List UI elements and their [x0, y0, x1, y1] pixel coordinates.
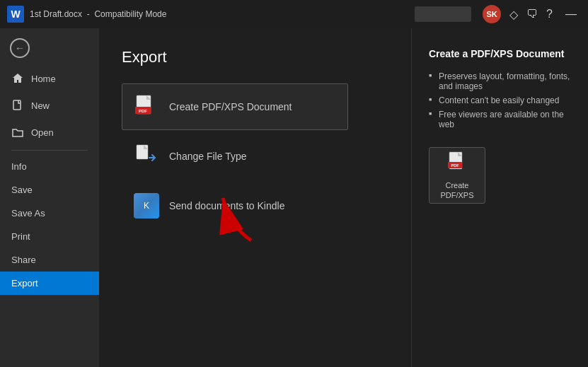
send-kindle-label: Send documents to Kindle [169, 200, 284, 211]
svg-text:PDF: PDF [139, 109, 147, 113]
search-box[interactable] [415, 6, 471, 22]
sidebar-item-new[interactable]: New [0, 92, 99, 119]
export-content: Export PDF Create PDF/XPS Document [99, 28, 411, 367]
sidebar-item-print[interactable]: Print [0, 225, 99, 248]
back-button[interactable]: ← [8, 37, 31, 59]
new-icon [11, 99, 24, 112]
create-pdf-button-label: Create PDF/XPS [440, 181, 473, 199]
sidebar-item-info[interactable]: Info [0, 155, 99, 178]
change-file-type-label: Change File Type [169, 151, 246, 162]
sidebar-item-share[interactable]: Share [0, 248, 99, 272]
send-kindle-option[interactable]: K Send documents to Kindle [122, 182, 348, 229]
create-pdf-option[interactable]: PDF Create PDF/XPS Document [122, 83, 348, 130]
sidebar-item-save-as[interactable]: Save As [0, 202, 99, 225]
change-file-type-icon [134, 144, 159, 169]
title-bar-filename: 1st Draft.docx - Compatibility Mode [30, 9, 409, 19]
people-icon[interactable]: 🗨 [526, 8, 538, 21]
feature-list: Preserves layout, formatting, fonts, and… [429, 69, 571, 132]
sidebar-item-open[interactable]: Open [0, 119, 99, 146]
right-panel: Create a PDF/XPS Document Preserves layo… [411, 28, 588, 367]
svg-rect-4 [137, 145, 148, 159]
back-circle-icon: ← [10, 38, 30, 58]
word-logo: W [7, 6, 24, 23]
sidebar-item-save[interactable]: Save [0, 178, 99, 202]
panel-title: Create a PDF/XPS Document [429, 48, 571, 59]
export-options-list: PDF Create PDF/XPS Document Change File … [122, 83, 348, 229]
feature-item-1: Preserves layout, formatting, fonts, and… [429, 69, 571, 93]
create-pdf-label: Create PDF/XPS Document [169, 101, 292, 112]
title-bar-controls: SK ◇ 🗨 ? — [483, 5, 581, 23]
diamond-icon[interactable]: ◇ [509, 8, 518, 21]
svg-rect-0 [13, 100, 21, 110]
create-pdf-button-icon: PDF [446, 151, 468, 178]
kindle-icon: K [134, 193, 159, 219]
pdf-icon: PDF [134, 94, 159, 120]
sidebar-item-home-label: Home [31, 74, 56, 84]
open-icon [11, 126, 24, 139]
title-bar: W 1st Draft.docx - Compatibility Mode SK… [0, 0, 588, 28]
feature-item-2: Content can't be easily changed [429, 93, 571, 107]
sidebar-item-export[interactable]: Export [0, 272, 99, 295]
page-title: Export [122, 48, 388, 66]
change-file-type-option[interactable]: Change File Type [122, 133, 348, 180]
avatar[interactable]: SK [483, 5, 501, 23]
help-icon[interactable]: ? [546, 8, 553, 21]
svg-text:PDF: PDF [451, 163, 460, 168]
sidebar: ← Home New [0, 28, 99, 367]
home-icon [11, 72, 24, 85]
minimize-button[interactable]: — [561, 8, 581, 21]
sidebar-divider [11, 150, 88, 151]
sidebar-item-home[interactable]: Home [0, 65, 99, 92]
create-pdf-button[interactable]: PDF Create PDF/XPS [429, 147, 485, 204]
sidebar-item-open-label: Open [31, 127, 54, 138]
main-layout: ← Home New [0, 28, 588, 367]
feature-item-3: Free viewers are available on the web [429, 107, 571, 132]
sidebar-item-new-label: New [31, 100, 50, 111]
